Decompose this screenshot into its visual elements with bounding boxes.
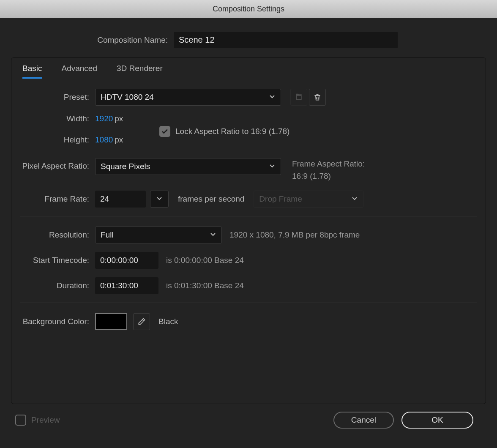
width-input[interactable]: 1920: [95, 114, 113, 123]
duration-label: Duration:: [20, 281, 95, 290]
framerate-input[interactable]: [95, 191, 146, 208]
resolution-value: Full: [101, 230, 114, 240]
duration-info: is 0:01:30:00 Base 24: [166, 281, 244, 290]
bgcolor-label: Background Color:: [20, 317, 95, 326]
height-unit: px: [115, 135, 123, 145]
chevron-down-icon: [269, 162, 276, 171]
resolution-info: 1920 x 1080, 7.9 MB per 8bpc frame: [229, 230, 360, 240]
window-title: Composition Settings: [213, 5, 284, 14]
start-timecode-input[interactable]: [95, 252, 158, 269]
framerate-dropdown[interactable]: [150, 191, 169, 208]
width-label: Width:: [20, 114, 95, 123]
preview-checkbox[interactable]: [15, 415, 26, 426]
bgcolor-name: Black: [158, 317, 178, 326]
preset-label: Preset:: [20, 93, 95, 102]
width-unit: px: [115, 114, 123, 123]
framerate-label: Frame Rate:: [20, 194, 95, 204]
cancel-button[interactable]: Cancel: [333, 412, 394, 429]
ok-button[interactable]: OK: [401, 412, 473, 429]
tab-basic[interactable]: Basic: [22, 64, 42, 79]
resolution-label: Resolution:: [20, 230, 95, 240]
frame-aspect-value: 16:9 (1.78): [292, 170, 365, 183]
par-select[interactable]: Square Pixels: [95, 158, 281, 175]
frame-aspect-label: Frame Aspect Ratio:: [292, 158, 365, 170]
chevron-down-icon: [210, 230, 216, 240]
par-value: Square Pixels: [101, 162, 150, 171]
height-label: Height:: [20, 135, 95, 145]
dropframe-select: Drop Frame: [254, 191, 363, 208]
dropframe-value: Drop Frame: [259, 194, 302, 204]
save-preset-button: [290, 89, 307, 106]
settings-panel: Basic Advanced 3D Renderer Preset: HDTV …: [11, 57, 486, 404]
bgcolor-swatch[interactable]: [95, 313, 127, 330]
preset-select[interactable]: HDTV 1080 24: [95, 89, 281, 106]
height-input[interactable]: 1080: [95, 135, 113, 145]
chevron-down-icon: [351, 194, 358, 204]
delete-preset-button[interactable]: [309, 89, 326, 106]
eyedropper-button[interactable]: [133, 313, 150, 330]
resolution-select[interactable]: Full: [95, 227, 222, 243]
composition-name-label: Composition Name:: [11, 36, 174, 45]
chevron-down-icon: [269, 93, 276, 102]
composition-name-input[interactable]: [174, 32, 398, 48]
start-timecode-info: is 0:00:00:00 Base 24: [166, 256, 244, 265]
duration-input[interactable]: [95, 277, 158, 294]
lock-aspect-label: Lock Aspect Ratio to 16:9 (1.78): [175, 127, 289, 136]
preview-label: Preview: [31, 415, 60, 425]
lock-aspect-checkbox[interactable]: [159, 126, 170, 137]
chevron-down-icon: [156, 194, 163, 204]
framerate-units: frames per second: [178, 194, 244, 204]
titlebar: Composition Settings: [0, 0, 497, 18]
preset-value: HDTV 1080 24: [101, 93, 154, 102]
par-label: Pixel Aspect Ratio:: [20, 158, 95, 171]
start-timecode-label: Start Timecode:: [20, 256, 95, 265]
tab-3d-renderer[interactable]: 3D Renderer: [117, 64, 163, 79]
tab-advanced[interactable]: Advanced: [61, 64, 97, 79]
